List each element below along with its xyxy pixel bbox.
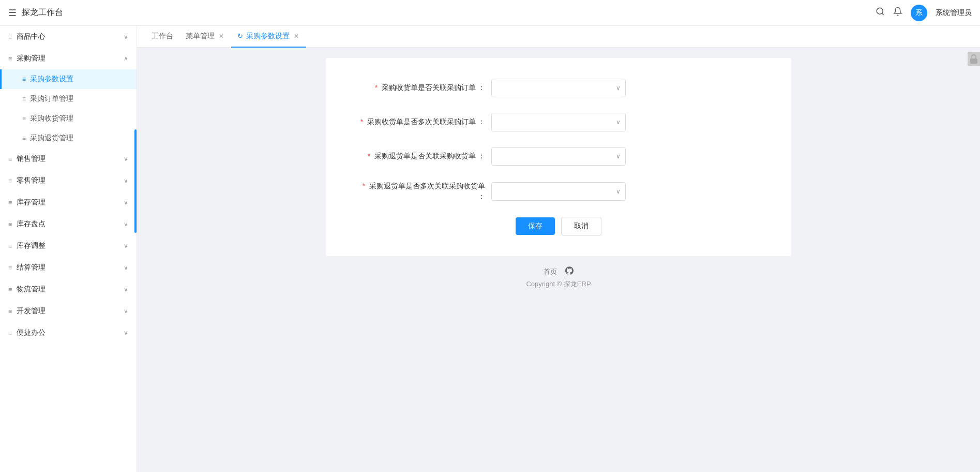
form-row-2: * 采购收货单是否多次关联采购订单 ： 是 否: [357, 113, 760, 131]
save-button[interactable]: 保存: [516, 217, 555, 235]
tab-purchase-params-close-icon[interactable]: ✕: [293, 32, 300, 41]
form-colon-2: ：: [478, 117, 485, 126]
sidebar-label-goods: 商品中心: [17, 32, 124, 41]
form-select-3[interactable]: 是 否: [491, 147, 626, 166]
sidebar-item-dev[interactable]: ≡ 开发管理 ∨: [0, 300, 137, 322]
retail-arrow-icon: ∨: [124, 177, 128, 184]
stock-adjust-arrow-icon: ∨: [124, 242, 128, 249]
sidebar-item-inventory[interactable]: ≡ 库存管理 ∨: [0, 191, 137, 213]
tab-menu-manage[interactable]: 菜单管理 ✕: [179, 26, 231, 48]
retail-icon: ≡: [8, 177, 12, 185]
purchase-return-icon: ≡: [22, 135, 26, 142]
required-mark-1: *: [375, 83, 378, 92]
dev-arrow-icon: ∨: [124, 307, 128, 315]
sidebar-item-goods[interactable]: ≡ 商品中心 ∨: [0, 26, 137, 48]
lock-icon[interactable]: [968, 52, 980, 66]
header: ☰ 探龙工作台 系 系统管理员: [0, 0, 980, 26]
stock-count-icon: ≡: [8, 220, 12, 228]
tab-purchase-params[interactable]: ↻ 采购参数设置 ✕: [231, 26, 306, 48]
cancel-button[interactable]: 取消: [561, 217, 601, 235]
form-label-text-4: 采购退货单是否多次关联采购收货单: [369, 182, 485, 190]
sidebar-item-purchase-return[interactable]: ≡ 采购退货管理: [0, 128, 137, 148]
sidebar-item-purchase-order[interactable]: ≡ 采购订单管理: [0, 89, 137, 109]
tab-purchase-params-refresh-icon[interactable]: ↻: [237, 32, 243, 40]
form-label-4: * 采购退货单是否多次关联采购收货单 ：: [357, 181, 491, 201]
purchase-icon: ≡: [8, 55, 12, 63]
page-content: * 采购收货单是否关联采购订单 ： 是 否 *: [137, 48, 980, 472]
settlement-icon: ≡: [8, 264, 12, 272]
admin-name[interactable]: 系统管理员: [936, 8, 972, 18]
sidebar-label-purchase: 采购管理: [17, 54, 124, 63]
sidebar-item-logistics[interactable]: ≡ 物流管理 ∨: [0, 278, 137, 300]
form-select-wrapper-2: 是 否: [491, 113, 626, 131]
form-label-text-2: 采购收货单是否多次关联采购订单: [367, 117, 476, 126]
sidebar-label-logistics: 物流管理: [17, 285, 124, 294]
form-select-2[interactable]: 是 否: [491, 113, 626, 131]
form-card: * 采购收货单是否关联采购订单 ： 是 否 *: [326, 58, 791, 256]
sidebar-item-stock-count[interactable]: ≡ 库存盘点 ∨: [0, 213, 137, 235]
required-mark-3: *: [368, 152, 370, 160]
svg-rect-2: [970, 58, 977, 64]
svg-line-1: [882, 13, 883, 14]
main-layout: ≡ 商品中心 ∨ ≡ 采购管理 ∧ ≡ 采购参数设置 ≡ 采购订单管理 ≡ 采购…: [0, 26, 980, 472]
sidebar-label-stock-adjust: 库存调整: [17, 241, 124, 250]
sidebar-label-stock-count: 库存盘点: [17, 219, 124, 229]
notification-icon[interactable]: [893, 7, 902, 19]
quick-arrow-icon: ∨: [124, 329, 128, 336]
tab-workbench-label: 工作台: [152, 32, 173, 41]
form-label-3: * 采购退货单是否关联采购收货单 ：: [357, 151, 491, 161]
sidebar-label-purchase-params: 采购参数设置: [30, 75, 73, 84]
footer-github-icon[interactable]: [565, 267, 574, 276]
goods-icon: ≡: [8, 33, 12, 41]
tabs-bar: 工作台 菜单管理 ✕ ↻ 采购参数设置 ✕: [137, 26, 980, 48]
sidebar-label-dev: 开发管理: [17, 306, 124, 316]
goods-arrow-icon: ∨: [124, 33, 128, 40]
tab-workbench[interactable]: 工作台: [145, 26, 179, 48]
tab-menu-manage-close-icon[interactable]: ✕: [218, 32, 225, 41]
logistics-arrow-icon: ∨: [124, 286, 128, 293]
sidebar-item-settlement[interactable]: ≡ 结算管理 ∨: [0, 257, 137, 278]
sales-arrow-icon: ∨: [124, 155, 128, 163]
menu-toggle-icon[interactable]: ☰: [8, 7, 17, 19]
purchase-params-icon: ≡: [22, 76, 26, 83]
form-select-1[interactable]: 是 否: [491, 79, 626, 97]
footer-copyright: Copyright © 探龙ERP: [526, 279, 591, 289]
search-icon[interactable]: [876, 7, 885, 19]
sidebar-label-settlement: 结算管理: [17, 263, 124, 272]
sidebar-item-quick[interactable]: ≡ 便捷办公 ∨: [0, 322, 137, 344]
form-select-wrapper-3: 是 否: [491, 147, 626, 166]
purchase-order-icon: ≡: [22, 95, 26, 102]
form-select-4[interactable]: 是 否: [491, 182, 626, 201]
sidebar-item-stock-adjust[interactable]: ≡ 库存调整 ∨: [0, 235, 137, 257]
form-label-1: * 采购收货单是否关联采购订单 ：: [357, 83, 491, 93]
sidebar-label-inventory: 库存管理: [17, 198, 124, 207]
sidebar-item-purchase-receive[interactable]: ≡ 采购收货管理: [0, 109, 137, 128]
form-select-wrapper-4: 是 否: [491, 182, 626, 201]
sidebar-label-purchase-return: 采购退货管理: [30, 134, 73, 143]
sales-icon: ≡: [8, 155, 12, 163]
avatar[interactable]: 系: [911, 5, 927, 21]
header-left: ☰ 探龙工作台: [8, 7, 63, 19]
header-title: 探龙工作台: [22, 7, 63, 18]
content-area: 工作台 菜单管理 ✕ ↻ 采购参数设置 ✕ * 采购收货单是否关联采购订单: [137, 26, 980, 472]
stock-count-arrow-icon: ∨: [124, 220, 128, 228]
stock-adjust-icon: ≡: [8, 242, 12, 250]
sidebar: ≡ 商品中心 ∨ ≡ 采购管理 ∧ ≡ 采购参数设置 ≡ 采购订单管理 ≡ 采购…: [0, 26, 137, 472]
form-select-wrapper-1: 是 否: [491, 79, 626, 97]
logistics-icon: ≡: [8, 286, 12, 293]
sidebar-item-sales[interactable]: ≡ 销售管理 ∨: [0, 148, 137, 170]
footer-links: 首页: [526, 267, 591, 276]
sidebar-item-purchase-params[interactable]: ≡ 采购参数设置: [0, 69, 137, 89]
sidebar-label-sales: 销售管理: [17, 154, 124, 164]
purchase-arrow-icon: ∧: [124, 55, 128, 62]
sidebar-item-purchase[interactable]: ≡ 采购管理 ∧: [0, 48, 137, 69]
sidebar-item-retail[interactable]: ≡ 零售管理 ∨: [0, 170, 137, 191]
quick-icon: ≡: [8, 329, 12, 337]
inventory-icon: ≡: [8, 199, 12, 207]
required-mark-2: *: [360, 117, 363, 126]
form-colon-3: ：: [478, 152, 485, 160]
form-label-text-1: 采购收货单是否关联采购订单: [382, 83, 476, 92]
sidebar-label-retail: 零售管理: [17, 176, 124, 185]
inventory-arrow-icon: ∨: [124, 199, 128, 206]
footer-home-link[interactable]: 首页: [544, 267, 557, 276]
